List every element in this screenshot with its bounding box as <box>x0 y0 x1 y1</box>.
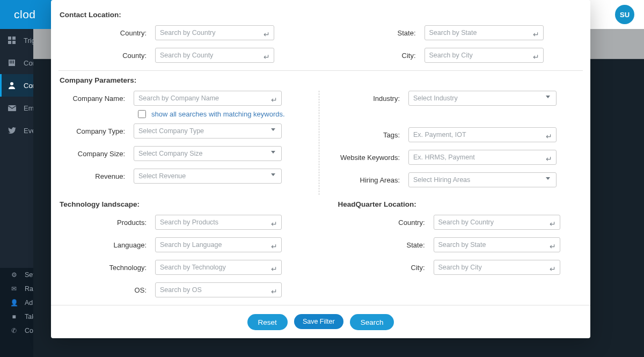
divider <box>58 70 583 71</box>
hiring-areas-select[interactable]: Select Hiring Areas <box>408 172 557 187</box>
sidebar-item-label: Cont <box>25 327 33 334</box>
sidebar-item[interactable]: Con <box>0 74 33 97</box>
company-type-select[interactable]: Select Company Type <box>134 123 282 139</box>
website-keywords-input[interactable] <box>408 150 557 165</box>
bird-icon <box>8 127 16 134</box>
svg-rect-7 <box>13 61 14 62</box>
sidebar-item[interactable]: Eve <box>0 119 33 142</box>
search-button[interactable]: Search <box>350 314 394 330</box>
sidebar-item-label: Con <box>24 82 33 90</box>
contact-county-input[interactable] <box>155 48 274 63</box>
label-language: Language: <box>58 241 155 249</box>
svg-rect-3 <box>12 41 16 44</box>
contact-city-input[interactable] <box>425 48 544 63</box>
person-icon <box>8 82 16 89</box>
svg-rect-1 <box>12 37 16 40</box>
reset-button[interactable]: Reset <box>247 314 288 330</box>
modal-footer: Reset Save Filter Search <box>51 305 590 338</box>
show-all-label: show all searches with matching keywords… <box>151 110 285 118</box>
sidebar-item[interactable]: Trig <box>0 29 33 52</box>
label-technology: Technology: <box>58 264 155 272</box>
sidebar-item[interactable]: Con <box>0 52 33 74</box>
company-name-input[interactable] <box>134 91 282 106</box>
sidebar-item[interactable]: ✆Cont <box>0 324 33 338</box>
sidebar-item-label: Adm <box>25 299 33 307</box>
save-filter-button[interactable]: Save Filter <box>294 314 343 329</box>
label-city: City: <box>328 52 425 60</box>
hq-country-input[interactable] <box>434 215 560 230</box>
video-icon: ■ <box>10 313 18 320</box>
sidebar-item[interactable]: 👤Adm <box>0 296 33 310</box>
sidebar-item[interactable]: ✉Raise <box>0 282 33 296</box>
company-size-select[interactable]: Select Company Size <box>134 146 282 161</box>
sidebar-item-label: Con <box>24 59 33 67</box>
label-company-type: Company Type: <box>58 127 134 135</box>
tags-input[interactable] <box>408 127 557 142</box>
label-hq-city: City: <box>337 264 434 272</box>
sidebar-item-label: Raise <box>25 285 33 293</box>
label-state: State: <box>328 29 425 37</box>
svg-rect-0 <box>8 37 11 40</box>
products-input[interactable] <box>155 215 282 230</box>
label-industry: Industry: <box>333 94 408 103</box>
sidebar-item[interactable]: ■Take <box>0 310 33 324</box>
search-filter-modal: Contact Location: Country: ↵ County: <box>51 0 590 338</box>
section-hq: HeadQuarter Location: <box>338 200 583 208</box>
phone-icon: ✆ <box>10 327 18 334</box>
sidebar-item-label: Take <box>25 313 33 320</box>
sidebar-item-label: Sett <box>25 271 33 279</box>
contact-country-input[interactable] <box>155 25 274 40</box>
sidebar-item-label: Em <box>24 104 33 112</box>
svg-rect-9 <box>11 62 12 63</box>
svg-rect-5 <box>10 61 11 62</box>
user-icon: 👤 <box>10 299 18 307</box>
contact-state-input[interactable] <box>425 25 544 40</box>
label-website-keywords: Website Keywords: <box>333 154 408 162</box>
gear-icon: ⚙ <box>10 271 18 279</box>
technology-input[interactable] <box>155 260 282 275</box>
label-county: County: <box>58 52 155 60</box>
svg-rect-2 <box>8 41 11 44</box>
sidebar-item-label: Eve <box>24 127 33 135</box>
label-hiring: Hiring Areas: <box>333 176 408 184</box>
sidebar-item[interactable]: Em <box>0 97 33 119</box>
label-company-size: Company Size: <box>58 150 134 158</box>
building-icon <box>8 59 16 67</box>
os-input[interactable] <box>155 282 282 297</box>
label-company-name: Company Name: <box>58 94 134 103</box>
industry-select[interactable]: Select Industry <box>408 91 557 106</box>
sidebar-item[interactable]: ⚙Sett <box>0 268 33 282</box>
sidebar: Trig Con Con Em Eve ⚙S <box>0 29 33 357</box>
revenue-select[interactable]: Select Revenue <box>134 169 282 184</box>
label-tags: Tags: <box>333 131 408 139</box>
label-os: OS: <box>58 286 155 294</box>
section-company-params: Company Parameters: <box>60 76 583 84</box>
mail-icon <box>8 105 16 111</box>
show-all-checkbox[interactable] <box>138 110 146 118</box>
svg-rect-10 <box>13 62 14 63</box>
avatar[interactable]: SU <box>615 5 634 24</box>
brand-text: clod <box>14 8 36 21</box>
section-tech: Technology landscape: <box>60 200 305 208</box>
label-products: Products: <box>58 218 155 227</box>
sidebar-bottom: ⚙Sett ✉Raise 👤Adm ■Take ✆Cont <box>0 268 33 357</box>
sidebar-item-label: Trig <box>24 37 33 45</box>
hq-city-input[interactable] <box>434 260 560 275</box>
hq-state-input[interactable] <box>434 237 560 252</box>
avatar-initials: SU <box>620 11 630 19</box>
svg-point-11 <box>10 82 13 85</box>
label-hq-state: State: <box>337 241 434 249</box>
mail-icon: ✉ <box>10 285 18 293</box>
section-contact-location: Contact Location: <box>60 11 583 19</box>
svg-rect-6 <box>11 61 12 62</box>
language-input[interactable] <box>155 237 282 252</box>
dashboard-icon <box>8 37 16 45</box>
label-country: Country: <box>58 29 155 37</box>
label-revenue: Revenue: <box>58 172 134 180</box>
label-hq-country: Country: <box>337 218 434 227</box>
svg-rect-8 <box>10 62 11 63</box>
